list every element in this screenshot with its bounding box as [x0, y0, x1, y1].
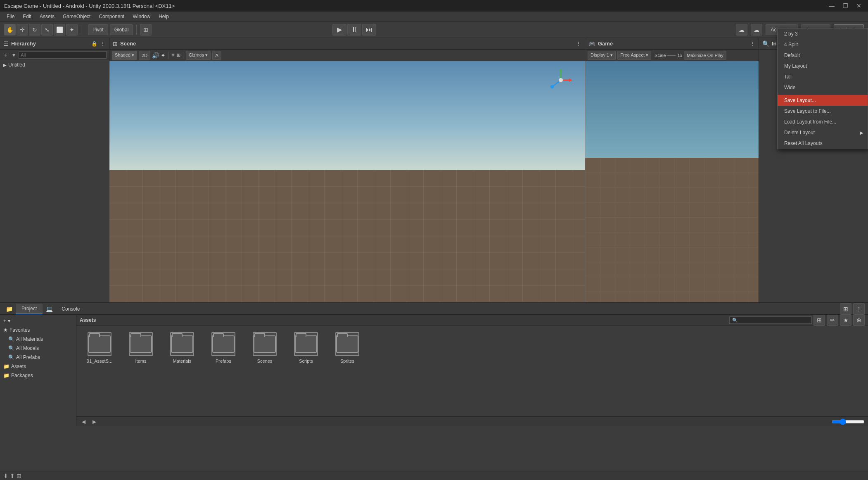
- proj-search-btn2[interactable]: ✏: [827, 315, 838, 326]
- hierarchy-down-arrow[interactable]: ▾: [11, 51, 17, 59]
- folder-scripts[interactable]: Scripts: [289, 332, 323, 364]
- main-layout: ☰ Hierarchy 🔒 ⋮ + ▾ ▶ Untitled ⊞ Scene ⋮: [0, 38, 868, 302]
- light-icon[interactable]: ☀: [171, 52, 175, 58]
- rotate-tool[interactable]: ↻: [29, 24, 40, 36]
- project-btn2[interactable]: ⋮: [853, 303, 865, 315]
- play-button[interactable]: ▶: [332, 24, 346, 36]
- hierarchy-search[interactable]: [19, 51, 107, 59]
- folder-prefabs-icon: [211, 332, 235, 356]
- menu-help[interactable]: Help: [155, 13, 172, 20]
- pivot-button[interactable]: Pivot: [88, 24, 108, 35]
- layout-default[interactable]: Default: [778, 50, 868, 61]
- project-main: Assets ⊞ ✏ ★ ⊕ 01_AssetS...: [76, 315, 868, 426]
- audio-icon[interactable]: 🔊: [152, 52, 159, 59]
- scale-tool[interactable]: ⤡: [41, 24, 53, 36]
- folder-01assets[interactable]: 01_AssetS...: [83, 332, 116, 364]
- maximize-button[interactable]: ❐: [840, 2, 851, 9]
- delete-layout-arrow: ▶: [860, 131, 863, 135]
- move-tool[interactable]: ✛: [17, 24, 28, 36]
- folder-materials[interactable]: Materials: [166, 332, 199, 364]
- svg-marker-1: [559, 69, 562, 72]
- svg-point-5: [550, 85, 554, 88]
- menu-bar: File Edit Assets GameObject Component Wi…: [0, 12, 868, 21]
- proj-search-btn4[interactable]: ⊕: [853, 315, 865, 326]
- maximize-on-play-button[interactable]: Maximize On Play: [684, 51, 726, 60]
- save-layout-to-file-item[interactable]: Save Layout to File...: [778, 106, 868, 116]
- scene-title[interactable]: Scene: [120, 40, 136, 47]
- pause-button[interactable]: ⏸: [347, 24, 361, 36]
- scene-icon2[interactable]: ⊞: [177, 52, 180, 58]
- all-materials-item[interactable]: 🔍 All Materials: [0, 335, 76, 344]
- save-layout-item[interactable]: Save Layout...: [778, 95, 868, 106]
- layout-wide[interactable]: Wide: [778, 82, 868, 93]
- console-tab[interactable]: Console: [56, 304, 85, 314]
- view-2d-button[interactable]: 2D: [139, 51, 150, 60]
- layout-2by3[interactable]: 2 by 3: [778, 29, 868, 39]
- game-options[interactable]: ⋮: [749, 40, 755, 47]
- menu-file[interactable]: File: [3, 13, 18, 20]
- hand-tool[interactable]: ✋: [4, 24, 16, 36]
- game-title[interactable]: Game: [598, 40, 613, 47]
- folder-items-label: Items: [135, 359, 147, 364]
- all-prefabs-item[interactable]: 🔍 All Prefabs: [0, 353, 76, 362]
- folder-icon-packages: 📁: [3, 373, 9, 378]
- hierarchy-panel: ☰ Hierarchy 🔒 ⋮ + ▾ ▶ Untitled: [0, 38, 109, 302]
- global-button[interactable]: Global: [110, 24, 133, 35]
- proj-left-arrow[interactable]: ◀: [80, 418, 87, 425]
- folder-materials-label: Materials: [173, 359, 192, 364]
- favorites-item[interactable]: ★ Favorites: [0, 326, 76, 335]
- hierarchy-add-btn[interactable]: +: [2, 51, 9, 59]
- scene-panel: ⊞ Scene ⋮ Shaded ▾ 2D 🔊 ✦ ☀ ⊞ Gi: [109, 38, 585, 302]
- folder-01assets-label: 01_AssetS...: [87, 359, 112, 364]
- assets-item[interactable]: 📁 Assets: [0, 362, 76, 371]
- layout-4split[interactable]: 4 Split: [778, 39, 868, 50]
- project-tab[interactable]: Project: [16, 304, 43, 314]
- transform-tool[interactable]: ✦: [66, 24, 78, 36]
- all-models-item[interactable]: 🔍 All Models: [0, 344, 76, 353]
- folder-sprites[interactable]: Sprites: [331, 332, 364, 364]
- folder-items[interactable]: Items: [124, 332, 157, 364]
- close-button[interactable]: ✕: [854, 2, 864, 9]
- aa-button[interactable]: A: [212, 51, 221, 60]
- step-button[interactable]: ⏭: [362, 24, 376, 36]
- play-controls: ▶ ⏸ ⏭: [332, 24, 376, 36]
- hierarchy-item-untitled[interactable]: ▶ Untitled: [0, 60, 109, 69]
- add-button[interactable]: + ▾: [0, 316, 76, 326]
- status-icon2: ⬆: [10, 473, 15, 479]
- fx-icon[interactable]: ✦: [161, 52, 166, 59]
- folder-prefabs[interactable]: Prefabs: [207, 332, 240, 364]
- minimize-button[interactable]: —: [826, 2, 837, 9]
- menu-gameobject[interactable]: GameObject: [59, 13, 94, 20]
- proj-search-btn1[interactable]: ⊞: [813, 315, 825, 326]
- grid-tool[interactable]: ⊞: [140, 24, 152, 36]
- cloud-icon[interactable]: ☁: [751, 24, 762, 36]
- menu-component[interactable]: Component: [95, 13, 128, 20]
- aspect-button[interactable]: Free Aspect ▾: [617, 51, 651, 60]
- folder-scenes[interactable]: Scenes: [248, 332, 281, 364]
- hierarchy-item-label: Untitled: [8, 62, 25, 68]
- menu-assets[interactable]: Assets: [36, 13, 58, 20]
- rect-tool[interactable]: ⬜: [54, 24, 65, 36]
- shading-mode-button[interactable]: Shaded ▾: [112, 51, 137, 60]
- menu-window[interactable]: Window: [129, 13, 154, 20]
- layout-tall[interactable]: Tall: [778, 71, 868, 82]
- console-icon: 💻: [43, 303, 55, 315]
- delete-layout-item[interactable]: Delete Layout ▶: [778, 127, 868, 138]
- project-btn1[interactable]: ⊞: [840, 303, 851, 315]
- hierarchy-lock[interactable]: 🔒: [91, 41, 97, 47]
- scene-options[interactable]: ⋮: [576, 40, 581, 47]
- title-text: Escape Game - Untitled - Android - Unity…: [4, 3, 175, 9]
- display-button[interactable]: Display 1 ▾: [588, 51, 616, 60]
- reset-all-layouts-item[interactable]: Reset All Layouts: [778, 138, 868, 149]
- load-layout-from-file-item[interactable]: Load Layout from File...: [778, 116, 868, 127]
- layout-mylayout[interactable]: My Layout: [778, 61, 868, 71]
- collab-icon[interactable]: ☁: [736, 24, 747, 36]
- gizmos-button[interactable]: Gizmos ▾: [186, 51, 211, 60]
- proj-search-btn3[interactable]: ★: [840, 315, 851, 326]
- packages-item[interactable]: 📁 Packages: [0, 371, 76, 380]
- proj-right-arrow[interactable]: ▶: [90, 418, 98, 425]
- proj-zoom-slider[interactable]: [832, 419, 865, 424]
- hierarchy-options[interactable]: ⋮: [100, 40, 106, 47]
- project-search-input[interactable]: [729, 316, 812, 324]
- menu-edit[interactable]: Edit: [19, 13, 35, 20]
